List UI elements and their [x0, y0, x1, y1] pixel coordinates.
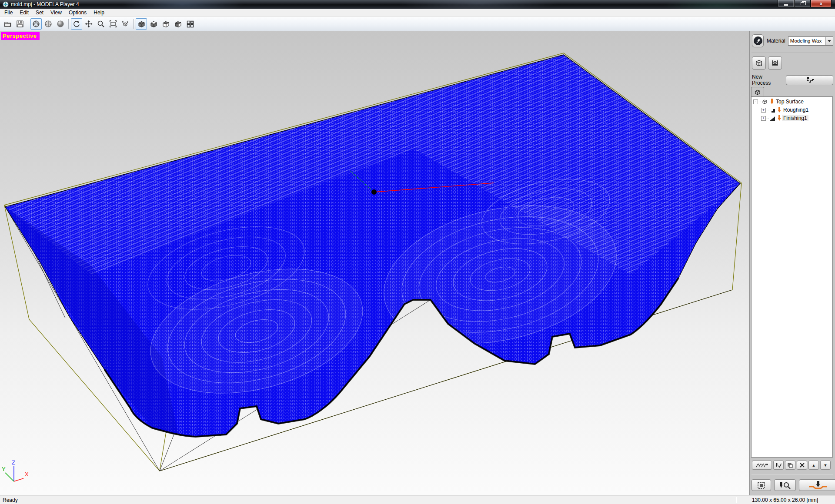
close-icon: x	[820, 1, 822, 6]
chevron-down-icon	[828, 40, 831, 42]
process-list-tab[interactable]	[751, 87, 764, 97]
fit-rect-arrows-icon	[109, 20, 117, 28]
multi-window-view-button[interactable]	[184, 18, 196, 30]
fit-to-screen-button[interactable]	[107, 18, 119, 30]
axis-x-label: X	[25, 471, 29, 477]
process-panel: Material Modeling Wax	[749, 31, 835, 495]
toolbar-separator	[68, 19, 69, 29]
delete-process-button[interactable]	[797, 461, 807, 470]
view-cube-side-button[interactable]	[172, 18, 184, 30]
menu-help[interactable]: Help	[90, 9, 108, 17]
preview-cutting-button[interactable]	[774, 479, 796, 491]
tool-magnifier-icon	[779, 481, 791, 489]
milling-tool-icon	[777, 115, 782, 121]
halftone-sphere-icon	[44, 20, 52, 28]
show-toolpath-button[interactable]	[752, 461, 772, 470]
collapse-icon[interactable]: -	[753, 99, 758, 104]
zoom-box-button[interactable]	[120, 18, 131, 30]
zoom-button[interactable]	[95, 18, 107, 30]
toolpath-lines-icon	[755, 462, 769, 468]
rotate-icon	[73, 20, 80, 28]
title-bar[interactable]: mold.mpj - MODELA Player 4 x	[0, 0, 835, 9]
tool-check-icon	[775, 462, 782, 468]
preview-square-icon	[757, 481, 766, 489]
projection-label: Perspective	[1, 32, 40, 40]
milling-tool-icon	[777, 107, 782, 113]
open-button[interactable]	[2, 18, 13, 30]
new-process-icon	[803, 76, 816, 83]
cutting-icon	[808, 481, 828, 490]
start-cutting-button[interactable]	[799, 479, 835, 491]
cube-front-face-icon	[162, 20, 170, 28]
compass-icon	[753, 36, 763, 46]
preview-simulation-button[interactable]	[768, 56, 782, 70]
close-button[interactable]: x	[811, 0, 832, 7]
tree-item-top-surface[interactable]: - ·· Top Surface	[752, 98, 832, 105]
ball-in-tray-icon	[771, 59, 779, 67]
axis-triad: Z Y X	[2, 459, 29, 481]
new-process-button[interactable]	[786, 75, 833, 85]
minimize-button[interactable]	[778, 0, 794, 7]
panel-separator	[752, 474, 833, 475]
material-value: Modeling Wax	[788, 38, 825, 43]
zoom-cube-icon	[121, 20, 129, 28]
open-folder-icon	[4, 20, 12, 28]
toolbar-separator	[133, 19, 134, 29]
statusbar-separator	[736, 497, 737, 503]
toolbar	[0, 17, 835, 31]
process-tree: - ·· Top Surface + ··	[751, 96, 833, 458]
preview-area-button[interactable]	[752, 479, 771, 491]
rotate-button[interactable]	[71, 18, 82, 30]
wireframe-view-button[interactable]	[30, 18, 42, 30]
view-cube-top-button[interactable]	[148, 18, 159, 30]
tree-item-label[interactable]: Top Surface	[775, 99, 805, 105]
menu-view[interactable]: View	[47, 9, 65, 17]
3d-viewport[interactable]: Perspective	[0, 31, 749, 495]
process-enable-button[interactable]	[773, 461, 784, 470]
wireframe-sphere-icon	[32, 20, 40, 28]
pan-button[interactable]	[83, 18, 94, 30]
pan-arrows-icon	[85, 20, 93, 28]
restore-icon	[801, 2, 804, 5]
expand-icon[interactable]: +	[761, 116, 766, 121]
tree-item-finishing[interactable]: + ·· Finishing1	[752, 115, 832, 122]
new-process-label: New Process	[752, 74, 782, 86]
move-up-button[interactable]: ▲	[808, 461, 819, 470]
cube-side-face-icon	[174, 20, 182, 28]
save-floppy-icon	[16, 20, 24, 28]
restore-button[interactable]	[794, 0, 811, 7]
status-bar: Ready 130.00 x 65.00 x 26.00 [mm]	[0, 495, 835, 504]
menu-edit[interactable]: Edit	[16, 9, 32, 17]
roughing-steps-icon	[769, 107, 775, 113]
machine-select-button[interactable]	[752, 34, 764, 47]
material-dropdown[interactable]: Modeling Wax	[788, 36, 833, 46]
tree-item-roughing[interactable]: + ·· Roughing1	[752, 106, 832, 113]
view-cube-front-button[interactable]	[160, 18, 171, 30]
toolpath-model	[0, 31, 749, 495]
down-arrow-icon: ▼	[824, 463, 828, 468]
model-frame-button[interactable]	[752, 56, 766, 70]
axis-y-label: Y	[2, 466, 6, 472]
menu-options[interactable]: Options	[65, 9, 90, 17]
shaded-view-button[interactable]	[55, 18, 66, 30]
status-text: Ready	[0, 497, 18, 503]
axis-z-label: Z	[12, 459, 15, 466]
menu-set[interactable]: Set	[32, 9, 47, 17]
tree-item-label[interactable]: Roughing1	[782, 107, 810, 113]
aero-glass-decoration	[0, 0, 835, 9]
save-button[interactable]	[14, 18, 26, 30]
finishing-ramp-icon	[769, 116, 775, 121]
expand-icon[interactable]: +	[761, 108, 766, 113]
view-cube-solid-button[interactable]	[136, 18, 147, 30]
hidden-line-view-button[interactable]	[43, 18, 54, 30]
surface-cube-icon	[762, 99, 768, 105]
delete-x-icon	[799, 462, 805, 468]
minimize-icon	[784, 4, 788, 6]
menu-file[interactable]: File	[1, 9, 16, 17]
dropdown-button[interactable]	[825, 37, 833, 45]
copy-process-button[interactable]	[785, 461, 795, 470]
modela-player-window: mold.mpj - MODELA Player 4 x File Edit S…	[0, 0, 835, 504]
tree-item-label[interactable]: Finishing1	[782, 115, 808, 121]
shaded-sphere-icon	[57, 20, 64, 28]
move-down-button[interactable]: ▼	[820, 461, 831, 470]
